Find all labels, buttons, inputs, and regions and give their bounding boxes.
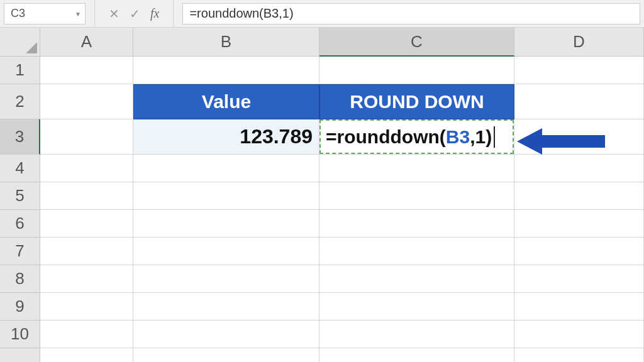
dropdown-icon[interactable]: ▼ (75, 10, 81, 17)
cell-C2-header[interactable]: ROUND DOWN (319, 84, 514, 119)
formula-cell-ref: B3 (446, 126, 470, 148)
cell-A8[interactable] (40, 265, 133, 293)
row-header-1[interactable]: 1 (0, 57, 40, 84)
name-box[interactable]: C3 ▼ (4, 3, 86, 25)
cell-B2-header[interactable]: Value (133, 84, 319, 119)
row-7: 7 (0, 238, 644, 265)
cell-D7[interactable] (514, 238, 644, 265)
cell-C1[interactable] (319, 57, 514, 84)
cell-B8[interactable] (133, 265, 319, 293)
row-header-10[interactable]: 10 (0, 321, 40, 348)
spreadsheet-grid: A B C D 1 2 Value ROUND DOWN 3 123.789 =… (0, 28, 644, 362)
formula-suffix: ,1) (470, 126, 492, 148)
row-header-8[interactable]: 8 (0, 265, 40, 293)
cell-A5[interactable] (40, 182, 133, 210)
row-header-11[interactable] (0, 348, 40, 362)
cell-B11[interactable] (133, 348, 319, 362)
row-header-3[interactable]: 3 (0, 119, 40, 155)
cell-D3[interactable] (514, 119, 644, 155)
cell-B1[interactable] (133, 57, 319, 84)
rows: 1 2 Value ROUND DOWN 3 123.789 =rounddow… (0, 57, 644, 362)
row-header-5[interactable]: 5 (0, 182, 40, 210)
formula-bar: C3 ▼ ✕ ✓ fx =rounddown(B3,1) (0, 0, 644, 28)
cell-B7[interactable] (133, 238, 319, 265)
cell-A6[interactable] (40, 210, 133, 238)
cell-D2[interactable] (514, 84, 644, 119)
row-11 (0, 348, 644, 362)
col-header-B[interactable]: B (133, 28, 319, 57)
col-header-A[interactable]: A (40, 28, 133, 57)
cell-D8[interactable] (514, 265, 644, 293)
cell-C5[interactable] (319, 182, 514, 210)
row-5: 5 (0, 182, 644, 210)
text-caret-icon (494, 126, 495, 148)
cell-B6[interactable] (133, 210, 319, 238)
separator (94, 0, 95, 27)
row-2: 2 Value ROUND DOWN (0, 84, 644, 119)
cell-A4[interactable] (40, 155, 133, 182)
cell-D9[interactable] (514, 293, 644, 321)
formula-prefix: =rounddown( (326, 126, 446, 148)
cell-C3-editing[interactable]: =rounddown(B3,1) (319, 119, 514, 155)
cell-D4[interactable] (514, 155, 644, 182)
cell-A11[interactable] (40, 348, 133, 362)
cell-D5[interactable] (514, 182, 644, 210)
cell-B9[interactable] (133, 293, 319, 321)
row-10: 10 (0, 321, 644, 348)
col-header-C[interactable]: C (319, 28, 514, 57)
row-4: 4 (0, 155, 644, 182)
cell-A3[interactable] (40, 119, 133, 155)
fx-icon[interactable]: fx (145, 6, 164, 21)
row-header-6[interactable]: 6 (0, 210, 40, 238)
formula-input[interactable]: =rounddown(B3,1) (182, 3, 640, 25)
cell-A2[interactable] (40, 84, 133, 119)
cell-C8[interactable] (319, 265, 514, 293)
cell-B4[interactable] (133, 155, 319, 182)
cell-B5[interactable] (133, 182, 319, 210)
cell-A10[interactable] (40, 321, 133, 348)
row-8: 8 (0, 265, 644, 293)
row-9: 9 (0, 293, 644, 321)
column-headers: A B C D (0, 28, 644, 57)
select-all-corner[interactable] (0, 28, 40, 57)
row-header-7[interactable]: 7 (0, 238, 40, 265)
row-6: 6 (0, 210, 644, 238)
cell-A1[interactable] (40, 57, 133, 84)
row-header-9[interactable]: 9 (0, 293, 40, 321)
cell-C10[interactable] (319, 321, 514, 348)
col-header-D[interactable]: D (514, 28, 644, 57)
cell-A7[interactable] (40, 238, 133, 265)
cell-D1[interactable] (514, 57, 644, 84)
cell-B10[interactable] (133, 321, 319, 348)
separator (173, 0, 174, 27)
cell-C7[interactable] (319, 238, 514, 265)
cell-D11[interactable] (514, 348, 644, 362)
row-1: 1 (0, 57, 644, 84)
cell-D6[interactable] (514, 210, 644, 238)
cancel-edit-button[interactable]: ✕ (104, 6, 125, 21)
cell-C9[interactable] (319, 293, 514, 321)
row-header-2[interactable]: 2 (0, 84, 40, 119)
cell-B3[interactable]: 123.789 (133, 119, 319, 155)
name-box-value: C3 (11, 7, 25, 20)
cell-A9[interactable] (40, 293, 133, 321)
cell-C11[interactable] (319, 348, 514, 362)
cell-C4[interactable] (319, 155, 514, 182)
row-header-4[interactable]: 4 (0, 155, 40, 182)
cell-C6[interactable] (319, 210, 514, 238)
accept-edit-button[interactable]: ✓ (125, 6, 145, 21)
row-3: 3 123.789 =rounddown(B3,1) (0, 119, 644, 155)
cell-D10[interactable] (514, 321, 644, 348)
